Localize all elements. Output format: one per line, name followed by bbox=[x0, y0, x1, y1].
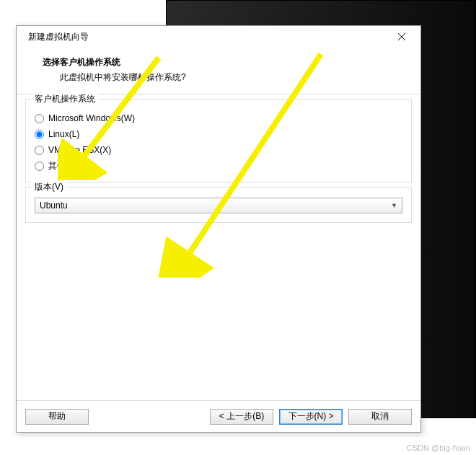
dialog-title: 新建虚拟机向导 bbox=[24, 31, 390, 43]
close-icon bbox=[398, 33, 405, 40]
watermark: CSDN @big-huan bbox=[407, 443, 470, 452]
os-group: 客户机操作系统 Microsoft Windows(W) Linux(L) VM… bbox=[25, 99, 412, 182]
radio-other-label: 其他(O) bbox=[48, 159, 78, 173]
radio-windows-label: Microsoft Windows(W) bbox=[48, 111, 135, 125]
version-combobox[interactable]: Ubuntu ▼ bbox=[35, 198, 402, 213]
header-title: 选择客户机操作系统 bbox=[43, 56, 403, 69]
radio-other[interactable]: 其他(O) bbox=[35, 159, 402, 173]
footer-bar: 帮助 < 上一步(B) 下一步(N) > 取消 bbox=[17, 400, 420, 432]
radio-windows[interactable]: Microsoft Windows(W) bbox=[35, 111, 402, 125]
radio-vmware-esx-label: VMware ESX(X) bbox=[48, 143, 111, 157]
radio-linux-input[interactable] bbox=[35, 130, 44, 139]
header-subtitle: 此虚拟机中将安装哪种操作系统? bbox=[43, 71, 403, 84]
content-area: 客户机操作系统 Microsoft Windows(W) Linux(L) VM… bbox=[17, 94, 420, 400]
wizard-dialog: 新建虚拟机向导 选择客户机操作系统 此虚拟机中将安装哪种操作系统? 客户机操作系… bbox=[16, 25, 421, 433]
radio-vmware-esx-input[interactable] bbox=[35, 146, 44, 155]
version-group: 版本(V) Ubuntu ▼ bbox=[25, 187, 412, 223]
next-button[interactable]: 下一步(N) > bbox=[279, 409, 343, 425]
radio-linux[interactable]: Linux(L) bbox=[35, 127, 402, 141]
close-button[interactable] bbox=[390, 28, 413, 45]
os-group-legend: 客户机操作系统 bbox=[32, 93, 98, 105]
chevron-down-icon: ▼ bbox=[391, 202, 397, 209]
back-button[interactable]: < 上一步(B) bbox=[210, 409, 273, 425]
radio-windows-input[interactable] bbox=[35, 114, 44, 123]
help-button[interactable]: 帮助 bbox=[25, 409, 89, 425]
radio-vmware-esx[interactable]: VMware ESX(X) bbox=[35, 143, 402, 157]
radio-linux-label: Linux(L) bbox=[48, 127, 79, 141]
title-bar: 新建虚拟机向导 bbox=[17, 26, 420, 48]
radio-other-input[interactable] bbox=[35, 162, 44, 171]
version-group-legend: 版本(V) bbox=[32, 181, 66, 193]
version-selected-text: Ubuntu bbox=[40, 200, 391, 211]
cancel-button[interactable]: 取消 bbox=[348, 409, 412, 425]
header-section: 选择客户机操作系统 此虚拟机中将安装哪种操作系统? bbox=[17, 48, 420, 94]
